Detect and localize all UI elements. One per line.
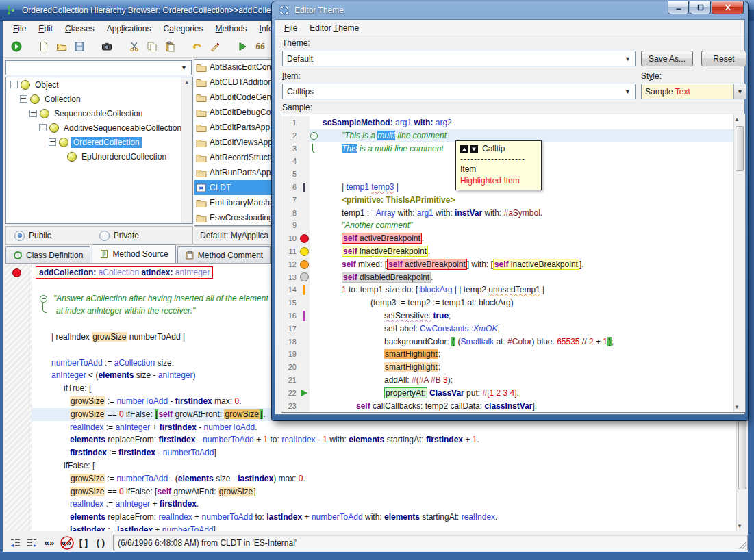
sample-code-line[interactable]: 8temp1 := Array with: arg1 with: instVar… bbox=[281, 207, 733, 220]
menu-methods[interactable]: Methods bbox=[210, 22, 253, 36]
breakpoint-margin[interactable] bbox=[299, 194, 310, 207]
fold-margin[interactable] bbox=[310, 322, 318, 335]
breakpoint-margin[interactable] bbox=[299, 219, 310, 232]
breakpoint-margin[interactable] bbox=[299, 400, 310, 413]
collapse-icon[interactable] bbox=[10, 81, 18, 88]
fold-margin[interactable] bbox=[310, 283, 318, 296]
breakpoint-margin[interactable] bbox=[299, 309, 310, 322]
sample-vscrollbar[interactable]: ▲ ▼ bbox=[733, 114, 745, 412]
breakpoint-margin[interactable] bbox=[299, 271, 310, 284]
sample-code-line[interactable]: 1scSampleMethod: arg1 with: arg2 bbox=[281, 116, 733, 129]
chevron-down-icon[interactable]: ▼ bbox=[620, 55, 631, 62]
style-combobox[interactable]: Sample Text ▼ bbox=[641, 84, 746, 99]
status-indent-left-icon[interactable] bbox=[10, 537, 21, 548]
breakpoint-margin[interactable] bbox=[299, 155, 310, 168]
theme-combobox[interactable]: Default ▼ bbox=[282, 51, 636, 66]
fold-collapse-icon[interactable] bbox=[310, 132, 318, 140]
breakpoint-margin[interactable] bbox=[299, 322, 310, 335]
tree-item-collection[interactable]: Collection bbox=[6, 92, 192, 106]
code-line[interactable]: elements replaceFrom: firstIndex - numbe… bbox=[32, 433, 737, 446]
private-radio[interactable]: Private bbox=[99, 231, 139, 241]
maximize-button[interactable] bbox=[690, 1, 711, 14]
class-filter-combobox[interactable]: ▼ bbox=[5, 60, 192, 75]
sample-code-line[interactable]: 16setSensitive: true; bbox=[281, 309, 733, 322]
reset-button[interactable]: Reset bbox=[701, 51, 746, 66]
calltip-item[interactable]: Item bbox=[460, 164, 537, 175]
breakpoint-margin[interactable] bbox=[299, 374, 310, 387]
status-parentheses-icon[interactable]: ( ) bbox=[95, 537, 106, 548]
fold-margin[interactable] bbox=[310, 335, 318, 348]
toolbar-paste-icon[interactable] bbox=[162, 38, 178, 55]
toolbar-cut-icon[interactable] bbox=[126, 38, 142, 55]
tree-item-object[interactable]: Object bbox=[6, 77, 192, 92]
fold-margin[interactable] bbox=[310, 219, 318, 232]
breakpoint-margin[interactable] bbox=[299, 335, 310, 348]
sample-editor[interactable]: 1scSampleMethod: arg1 with: arg22"This i… bbox=[281, 114, 746, 413]
tab-class-definition[interactable]: Class Definition bbox=[5, 246, 90, 263]
fold-margin[interactable] bbox=[310, 142, 318, 155]
breakpoint-margin[interactable] bbox=[299, 116, 310, 129]
fold-margin[interactable] bbox=[310, 400, 318, 413]
sample-code-line[interactable]: 19smartHighlight; bbox=[281, 348, 733, 361]
sample-code-line[interactable]: 12self mixed: [self activeBreakpoint] wi… bbox=[281, 258, 733, 271]
sample-code-line[interactable]: 141 to: temp1 size do: [:blockArg | | te… bbox=[281, 283, 733, 296]
sample-code-line[interactable]: 22propertyAt: ClassVar put: #[1 2 3 4]. bbox=[281, 387, 733, 400]
fold-margin[interactable] bbox=[310, 116, 318, 129]
scrollbar-thumb[interactable] bbox=[736, 126, 744, 171]
close-button[interactable] bbox=[712, 1, 744, 14]
fold-margin[interactable] bbox=[310, 181, 318, 194]
breakpoint-margin[interactable] bbox=[299, 361, 310, 374]
item-combobox[interactable]: Calltips ▼ bbox=[282, 84, 636, 99]
sample-code-line[interactable]: 17setLabel: CwConstants::XmOK; bbox=[281, 322, 733, 335]
sample-code-line[interactable]: 20smartHighlight; bbox=[281, 361, 733, 374]
code-line[interactable]: elements replaceFrom: realIndex + number… bbox=[32, 511, 737, 524]
status-quotes-icon[interactable]: «» bbox=[44, 537, 55, 548]
fold-collapse-icon[interactable] bbox=[40, 295, 47, 303]
sample-code-line[interactable]: 11self inactiveBreakpoint. bbox=[281, 245, 733, 258]
sample-code-line[interactable]: 15(temp3 := temp2 := temp1 at: blockArg) bbox=[281, 296, 733, 309]
tab-method-source[interactable]: Method Source bbox=[92, 244, 175, 263]
toolbar-open-icon[interactable] bbox=[53, 38, 70, 55]
code-line[interactable]: firstIndex := firstIndex - numberToAdd] bbox=[32, 446, 737, 459]
tree-scrollbar[interactable]: ▲ bbox=[181, 77, 192, 223]
fold-margin[interactable] bbox=[310, 207, 318, 220]
fold-margin[interactable] bbox=[310, 258, 318, 271]
toolbar-camera-icon[interactable] bbox=[99, 38, 115, 55]
fold-margin[interactable] bbox=[310, 245, 318, 258]
sample-code-line[interactable]: 10self activeBreakpoint. bbox=[281, 232, 733, 245]
breakpoint-margin[interactable] bbox=[299, 387, 310, 400]
chevron-down-icon[interactable]: ▼ bbox=[620, 88, 631, 95]
menu-file[interactable]: File bbox=[7, 22, 32, 36]
fold-margin[interactable] bbox=[310, 296, 318, 309]
fold-margin[interactable] bbox=[310, 387, 318, 400]
fold-margin[interactable] bbox=[310, 129, 318, 142]
code-line[interactable]: growSize == 0 ifFalse: [self growAtEnd: … bbox=[32, 485, 737, 498]
menu-editor-theme[interactable]: Editor Theme bbox=[303, 21, 365, 35]
toolbar-copy-icon[interactable] bbox=[144, 38, 160, 55]
tab-method-comment[interactable]: Method Comment bbox=[177, 246, 271, 263]
breakpoint-margin[interactable] bbox=[299, 129, 310, 142]
fold-margin[interactable] bbox=[310, 271, 318, 284]
collapse-icon[interactable] bbox=[39, 124, 47, 131]
breakpoint-margin[interactable] bbox=[299, 207, 310, 220]
collapse-icon[interactable] bbox=[20, 95, 27, 103]
code-line[interactable]: realIndex := anInteger + firstIndex - nu… bbox=[32, 421, 737, 434]
breakpoint-active-icon[interactable] bbox=[300, 234, 309, 243]
status-square-brackets-icon[interactable]: [ ] bbox=[78, 537, 89, 548]
fold-margin[interactable] bbox=[310, 232, 318, 245]
breakpoint-margin[interactable] bbox=[299, 245, 310, 258]
status-no-quotes-icon[interactable]: «» bbox=[61, 537, 72, 548]
fold-margin[interactable] bbox=[310, 155, 318, 168]
calltip-next-icon[interactable] bbox=[470, 145, 478, 153]
sample-code-line[interactable]: 23self callCallbacks: temp2 callData: cl… bbox=[281, 400, 733, 413]
breakpoint-margin[interactable] bbox=[299, 181, 310, 194]
sample-code-line[interactable]: 7<primitive: ThisIsAPrimitive> bbox=[281, 194, 733, 207]
menu-applications[interactable]: Applications bbox=[101, 22, 158, 36]
chevron-down-icon[interactable]: ▼ bbox=[177, 64, 187, 71]
public-radio[interactable]: Public bbox=[14, 231, 51, 241]
breakpoint-margin[interactable] bbox=[299, 142, 310, 155]
sample-code-line[interactable]: 13self disabledBreakpoint. bbox=[281, 271, 733, 284]
breakpoint-margin[interactable] bbox=[5, 264, 32, 531]
sample-code-line[interactable]: 18backgroundColor: ( (Smalltalk at: #Col… bbox=[281, 335, 733, 348]
menu-edit[interactable]: Edit bbox=[32, 22, 59, 36]
